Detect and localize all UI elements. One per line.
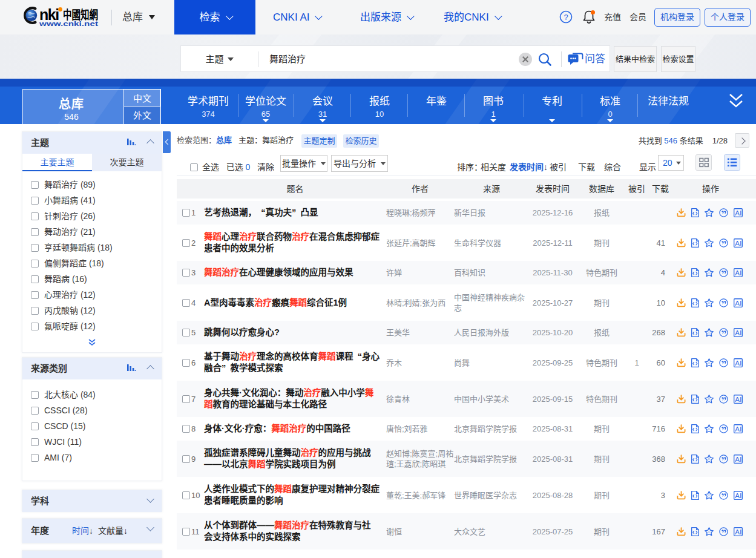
svg-text:AI: AI xyxy=(735,239,741,246)
svg-text:AI: AI xyxy=(735,209,741,217)
svg-text:AI: AI xyxy=(735,491,741,499)
svg-text:AI: AI xyxy=(735,395,741,402)
svg-text:AI: AI xyxy=(735,269,741,277)
svg-text:AI: AI xyxy=(735,329,741,336)
svg-text:AI: AI xyxy=(735,455,741,462)
svg-text:AI: AI xyxy=(735,299,741,306)
svg-text:AI: AI xyxy=(735,528,741,535)
svg-text:AI: AI xyxy=(735,359,741,366)
svg-text:?: ? xyxy=(564,13,568,22)
svg-text:www.cnki.net: www.cnki.net xyxy=(39,20,99,27)
svg-text:AI: AI xyxy=(735,425,741,433)
